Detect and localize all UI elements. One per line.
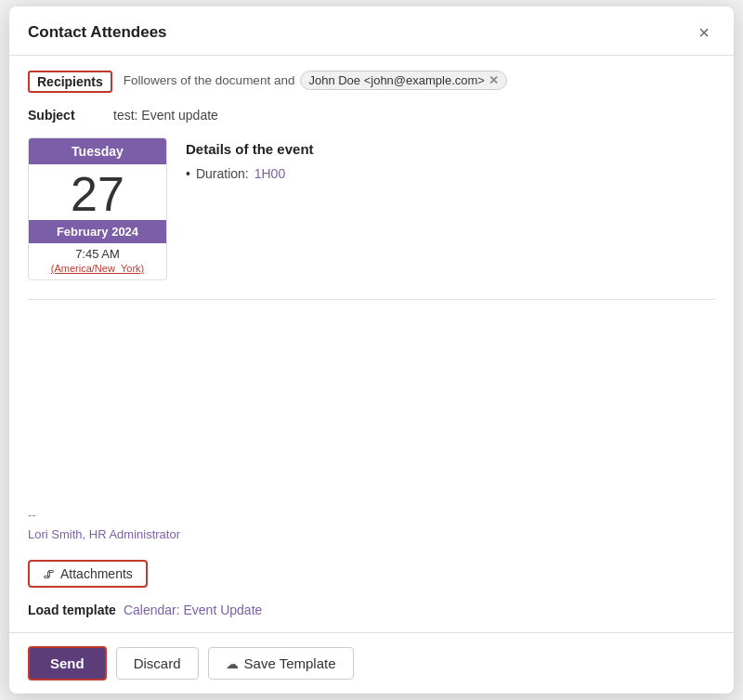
recipients-row: Recipients Followers of the document and… (28, 71, 715, 93)
attachments-button-label: Attachments (60, 566, 133, 581)
attachments-button[interactable]: 🖇 Attachments (28, 560, 148, 588)
close-button[interactable]: × (693, 21, 715, 44)
subject-value: test: Event update (113, 104, 218, 123)
event-details: Details of the event Duration: 1H00 (186, 137, 715, 181)
calendar-time: 7:45 AM (29, 243, 166, 263)
signature-separator: -- (28, 506, 715, 525)
event-details-title: Details of the event (186, 141, 715, 157)
signature-name-role: Lori Smith, HR Administrator (28, 525, 715, 545)
save-template-label: Save Template (244, 655, 336, 671)
event-detail-duration: Duration: 1H00 (186, 166, 715, 181)
send-button[interactable]: Send (28, 646, 107, 681)
duration-label: Duration: (196, 166, 249, 181)
dialog-header: Contact Attendees × (9, 6, 734, 56)
load-template-label: Load template (28, 603, 116, 617)
upload-icon: ☁ (226, 656, 239, 671)
discard-button[interactable]: Discard (116, 647, 199, 680)
calendar-card: Tuesday 27 February 2024 7:45 AM (Americ… (28, 137, 167, 280)
load-template-row: Load template Calendar: Event Update (28, 603, 715, 617)
subject-label: Subject (28, 104, 102, 123)
subject-row: Subject test: Event update (28, 104, 715, 123)
recipients-helper-text: Followers of the document and (124, 73, 295, 87)
dialog-title: Contact Attendees (28, 23, 167, 42)
signature: -- Lori Smith, HR Administrator (28, 506, 715, 545)
recipient-remove-icon[interactable]: ✕ (489, 73, 499, 87)
recipient-tag[interactable]: John Doe <john@example.com> ✕ (300, 71, 507, 90)
calendar-month-year: February 2024 (29, 220, 166, 243)
email-body-area[interactable] (28, 318, 715, 495)
recipients-label: Recipients (28, 71, 112, 93)
paperclip-icon: 🖇 (43, 567, 55, 581)
recipient-tag-label: John Doe <john@example.com> (308, 73, 485, 87)
contact-attendees-dialog: Contact Attendees × Recipients Followers… (9, 6, 734, 694)
calendar-timezone: (America/New_York) (29, 263, 166, 279)
divider (28, 299, 715, 300)
attachments-row: 🖇 Attachments (28, 560, 715, 588)
recipients-content: Followers of the document and John Doe <… (124, 71, 715, 90)
calendar-day-number: 27 (29, 164, 166, 220)
event-section: Tuesday 27 February 2024 7:45 AM (Americ… (28, 137, 715, 280)
dialog-footer: Send Discard ☁ Save Template (9, 632, 734, 694)
duration-value: 1H00 (254, 166, 285, 181)
save-template-button[interactable]: ☁ Save Template (208, 647, 354, 680)
load-template-value[interactable]: Calendar: Event Update (124, 603, 262, 617)
calendar-day-name: Tuesday (29, 138, 166, 164)
dialog-body: Recipients Followers of the document and… (9, 56, 734, 632)
